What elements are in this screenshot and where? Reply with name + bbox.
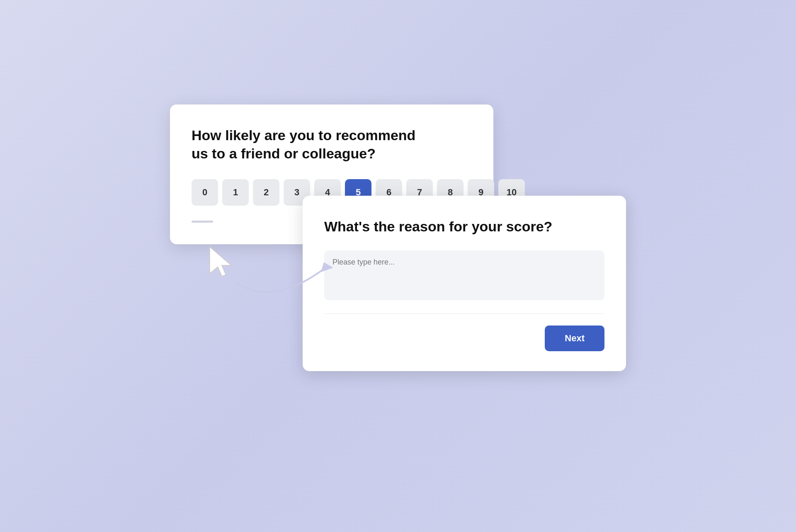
divider — [324, 313, 604, 314]
nps-btn-2[interactable]: 2 — [253, 179, 279, 206]
next-button[interactable]: Next — [545, 326, 604, 351]
reason-question: What's the reason for your score? — [324, 217, 604, 236]
svg-marker-0 — [210, 247, 231, 277]
progress-bar — [192, 221, 213, 223]
nps-question: How likely are you to recommend us to a … — [192, 126, 424, 163]
reason-card: What's the reason for your score? Next — [303, 196, 626, 371]
cursor-illustration — [195, 241, 249, 297]
reason-textarea[interactable] — [324, 250, 604, 300]
nps-btn-0[interactable]: 0 — [192, 179, 218, 206]
nps-btn-1[interactable]: 1 — [222, 179, 249, 206]
